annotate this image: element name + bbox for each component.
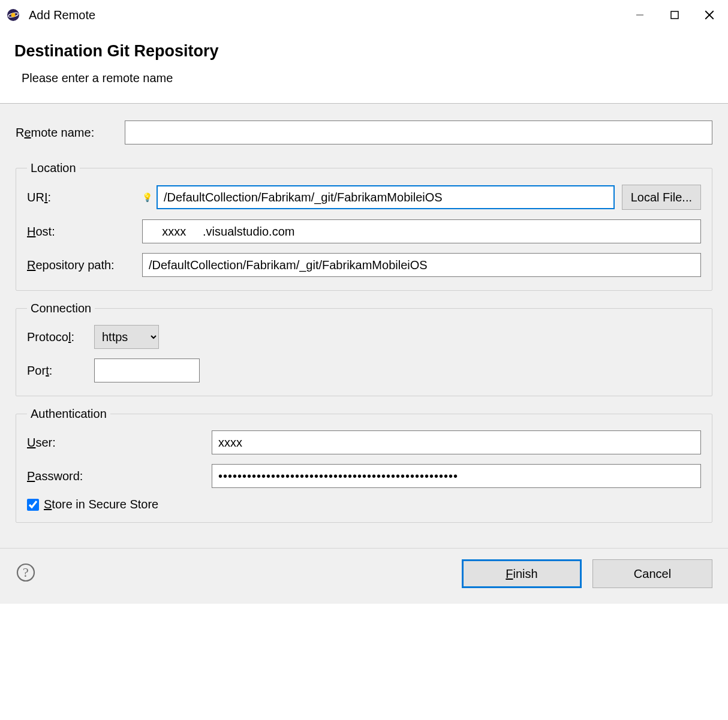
label-text: mote name:	[31, 126, 95, 139]
repo-path-input[interactable]	[142, 253, 701, 277]
port-label: Port:	[27, 364, 87, 378]
location-group: Location URI: 💡 Local File... Host: Repo…	[16, 161, 712, 291]
remote-name-label: Remote name:	[16, 126, 118, 140]
connection-legend: Connection	[27, 302, 95, 315]
label-text: ost:	[35, 225, 55, 238]
location-legend: Location	[27, 161, 80, 175]
maximize-button[interactable]	[661, 4, 688, 26]
connection-group: Connection Protocol: https Port:	[16, 302, 712, 396]
uri-row: URI: 💡 Local File...	[27, 185, 701, 210]
help-icon[interactable]: ?	[16, 562, 36, 586]
page-subtitle: Please enter a remote name	[14, 71, 714, 85]
mnemonic: H	[27, 225, 35, 238]
label-text: ser:	[35, 436, 55, 449]
page-title: Destination Git Repository	[14, 42, 714, 61]
host-input[interactable]	[142, 219, 701, 243]
label-text: :	[71, 330, 74, 344]
bulb-icon: 💡	[142, 192, 149, 202]
store-secure-label: Store in Secure Store	[44, 498, 158, 511]
finish-button[interactable]: Finish	[462, 559, 582, 588]
uri-label: URI:	[27, 191, 135, 204]
user-input[interactable]	[212, 430, 701, 454]
host-row: Host:	[27, 219, 701, 243]
window-controls	[626, 4, 723, 26]
mnemonic: P	[27, 469, 35, 483]
mnemonic: e	[24, 126, 31, 139]
password-input[interactable]	[212, 464, 701, 488]
mnemonic: R	[27, 258, 35, 272]
label-text: R	[16, 126, 24, 139]
label-text: :	[47, 191, 51, 204]
port-input[interactable]	[94, 359, 200, 382]
minimize-button[interactable]	[626, 4, 654, 26]
app-icon	[5, 7, 22, 23]
mnemonic: F	[506, 567, 513, 580]
label-text: inish	[513, 567, 538, 580]
authentication-legend: Authentication	[27, 407, 110, 421]
label-text: Por	[27, 364, 46, 377]
uri-input[interactable]	[157, 185, 615, 209]
svg-point-2	[11, 13, 16, 17]
remote-name-input[interactable]	[125, 120, 712, 144]
label-text: assword:	[35, 469, 83, 483]
remote-name-row: Remote name:	[16, 120, 712, 144]
user-row: User:	[27, 430, 701, 454]
user-label: User:	[27, 436, 204, 450]
local-file-button[interactable]: Local File...	[622, 185, 701, 210]
label-text: epository path:	[35, 258, 114, 272]
protocol-row: Protocol: https	[27, 325, 701, 349]
repo-path-label: Repository path:	[27, 258, 135, 272]
label-text: Protoco	[27, 330, 68, 344]
titlebar: Add Remote	[0, 0, 728, 30]
protocol-label: Protocol:	[27, 330, 87, 344]
mnemonic: U	[27, 436, 35, 449]
svg-rect-4	[671, 11, 678, 19]
dialog-footer: ? Finish Cancel	[0, 548, 728, 604]
password-row: Password:	[27, 464, 701, 488]
repo-path-row: Repository path:	[27, 253, 701, 277]
cancel-button[interactable]: Cancel	[592, 559, 712, 588]
mnemonic: S	[44, 498, 52, 511]
form-area: Remote name: Location URI: 💡 Local File.…	[0, 104, 728, 548]
host-label: Host:	[27, 225, 135, 239]
protocol-select[interactable]: https	[94, 325, 159, 349]
label-text: :	[49, 364, 53, 377]
store-secure-row: Store in Secure Store	[27, 498, 701, 511]
port-row: Port:	[27, 359, 701, 382]
label-text: tore in Secure Store	[52, 498, 158, 511]
password-label: Password:	[27, 469, 204, 483]
authentication-group: Authentication User: Password: Store in …	[16, 407, 712, 523]
close-button[interactable]	[696, 4, 723, 26]
store-secure-checkbox[interactable]	[27, 499, 39, 511]
svg-text:?: ?	[23, 565, 29, 580]
window-title: Add Remote	[29, 8, 626, 22]
dialog-header: Destination Git Repository Please enter …	[0, 30, 728, 103]
label-text: UR	[27, 191, 44, 204]
